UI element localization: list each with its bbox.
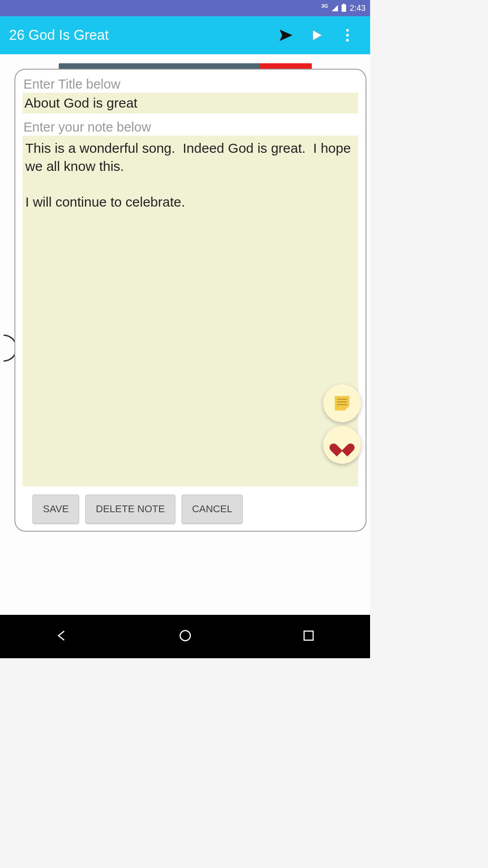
favorite-fab[interactable] xyxy=(323,426,361,464)
more-button[interactable] xyxy=(334,22,361,49)
page-title: 26 God Is Great xyxy=(9,27,269,43)
back-button[interactable] xyxy=(55,629,69,644)
save-button[interactable]: SAVE xyxy=(33,495,79,524)
network-label: 3G xyxy=(321,4,328,9)
note-editor-dialog: Enter Title below Enter your note below … xyxy=(14,69,366,532)
send-button[interactable] xyxy=(272,22,300,49)
signal-icon xyxy=(332,5,338,11)
note-icon xyxy=(335,396,349,410)
title-label: Enter Title below xyxy=(23,77,358,92)
svg-point-0 xyxy=(180,631,190,641)
heart-add-icon xyxy=(334,438,350,452)
delete-note-button[interactable]: DELETE NOTE xyxy=(85,495,175,524)
recents-button[interactable] xyxy=(302,629,315,644)
dialog-button-row: SAVE DELETE NOTE CANCEL xyxy=(23,495,358,524)
title-input[interactable] xyxy=(23,93,358,113)
notes-fab[interactable] xyxy=(323,384,361,422)
home-button[interactable] xyxy=(178,629,192,644)
note-label: Enter your note below xyxy=(23,120,358,135)
svg-rect-1 xyxy=(304,631,313,640)
status-bar: 3G 2:43 xyxy=(0,0,370,16)
app-bar: 26 God Is Great xyxy=(0,16,370,54)
status-time: 2:43 xyxy=(350,4,366,13)
more-vertical-icon xyxy=(346,29,349,42)
navigation-bar xyxy=(0,615,370,658)
play-button[interactable] xyxy=(303,22,330,49)
note-input[interactable] xyxy=(23,136,358,486)
cancel-button[interactable]: CANCEL xyxy=(182,495,243,524)
battery-icon xyxy=(342,5,346,12)
